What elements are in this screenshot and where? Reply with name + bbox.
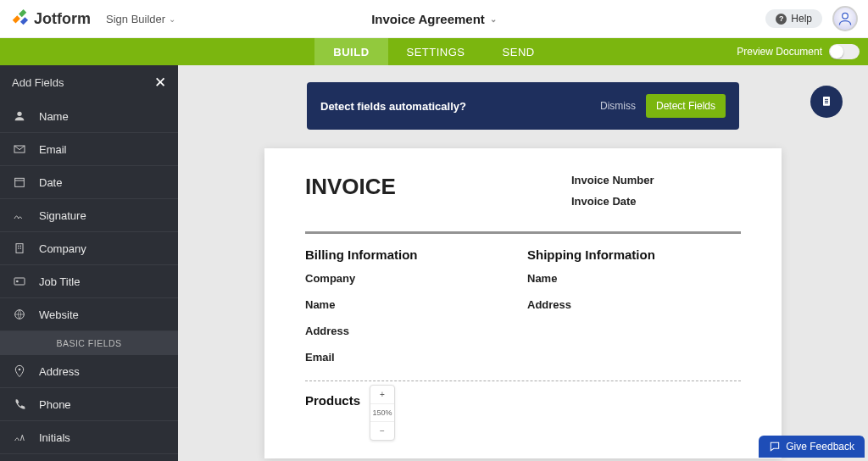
preview-toggle[interactable] [829,44,860,59]
sidebar-item-phone[interactable]: Phone [0,388,178,421]
shipping-address-label: Address [527,298,741,311]
svg-rect-6 [18,246,19,247]
divider [305,231,741,234]
svg-rect-8 [18,247,19,248]
signature-icon [12,208,27,223]
sidebar-item-job-title[interactable]: Job Title [0,265,178,298]
sidebar: Add Fields ✕ Name Email Date Signature C… [0,65,178,461]
invoice-number-label: Invoice Number [571,174,741,186]
chat-icon [769,441,781,453]
user-icon [12,108,27,124]
give-feedback-button[interactable]: Give Feedback [759,436,865,458]
building-icon [12,241,27,256]
document-page: INVOICE Invoice Number Invoice Date Bill… [264,148,782,458]
shipping-header: Shipping Information [527,247,741,262]
banner-text: Detect fields automatically? [320,100,466,113]
calendar-icon [12,175,27,190]
sidebar-item-label: Company [39,242,86,255]
svg-point-1 [17,112,21,116]
sidebar-item-label: Job Title [39,275,80,288]
basic-fields-header: BASIC FIELDS [0,331,178,355]
svg-point-0 [843,13,849,19]
billing-header: Billing Information [305,247,519,262]
avatar[interactable] [832,6,858,31]
sidebar-item-label: Phone [39,398,71,411]
close-icon[interactable]: ✕ [154,74,166,92]
billing-email-label: Email [305,351,519,364]
feedback-label: Give Feedback [786,441,854,453]
sidebar-item-label: Website [39,308,79,321]
invoice-date-label: Invoice Date [571,195,741,208]
billing-name-label: Name [305,298,519,311]
sidebar-title: Add Fields [12,76,64,89]
initials-icon [12,430,27,445]
chevron-down-icon: ⌄ [169,14,175,24]
sidebar-item-label: Signature [39,209,86,222]
svg-rect-7 [20,246,21,247]
billing-address-label: Address [305,325,519,337]
billing-company-label: Company [305,272,519,285]
sidebar-item-label: Name [39,110,69,123]
zoom-out-button[interactable]: − [370,421,394,440]
user-icon [837,10,854,27]
sidebar-item-label: Address [39,365,80,378]
sidebar-item-label: Date [39,176,62,189]
pin-icon [12,364,27,379]
logo[interactable]: Jotform [10,9,91,28]
shipping-name-label: Name [527,272,741,285]
sidebar-item-initials[interactable]: Initials [0,421,178,454]
tab-settings[interactable]: SETTINGS [388,38,484,65]
help-icon: ? [776,14,787,25]
sidebar-item-label: Email [39,143,67,156]
zoom-value: 150% [370,403,394,421]
globe-icon [12,307,27,322]
tab-send[interactable]: SEND [484,38,554,65]
preview-label: Preview Document [737,46,822,58]
zoom-control: + 150% − [370,385,395,441]
svg-point-11 [16,280,19,283]
envelope-icon [12,142,27,157]
invoice-title: INVOICE [305,174,571,200]
logo-icon [10,9,29,28]
svg-rect-9 [20,247,21,248]
document-title-dropdown[interactable]: Invoice Agreement ⌄ [371,12,497,26]
phone-icon [12,397,27,412]
sidebar-item-signature[interactable]: Signature [0,199,178,232]
tab-bar: BUILD SETTINGS SEND Preview Document [0,38,868,65]
pages-fab[interactable] [810,86,843,118]
zoom-in-button[interactable]: + [370,386,394,403]
sign-builder-label: Sign Builder [106,13,165,25]
help-button[interactable]: ? Help [765,9,822,28]
sidebar-item-website[interactable]: Website [0,298,178,331]
document-title: Invoice Agreement [371,12,485,26]
sidebar-item-address[interactable]: Address [0,355,178,388]
sidebar-item-email[interactable]: Email [0,133,178,166]
sidebar-item-name[interactable]: Name [0,100,178,133]
svg-rect-3 [15,178,25,186]
sidebar-item-date[interactable]: Date [0,166,178,199]
id-card-icon [12,274,27,289]
help-label: Help [791,13,812,25]
sidebar-item-company[interactable]: Company [0,232,178,265]
svg-point-13 [19,369,21,371]
sidebar-item-label: Initials [39,431,70,444]
detect-fields-button[interactable]: Detect Fields [646,94,726,118]
svg-rect-5 [16,244,23,253]
detect-banner: Detect fields automatically? Dismiss Det… [307,82,739,130]
document-icon [820,95,833,108]
brand-text: Jotform [34,10,91,28]
canvas: Detect fields automatically? Dismiss Det… [178,65,868,461]
chevron-down-icon: ⌄ [490,14,497,24]
sign-builder-dropdown[interactable]: Sign Builder ⌄ [106,13,175,25]
svg-rect-10 [14,278,25,285]
dashed-divider [305,380,741,381]
dismiss-button[interactable]: Dismiss [600,100,636,112]
tab-build[interactable]: BUILD [314,38,387,65]
